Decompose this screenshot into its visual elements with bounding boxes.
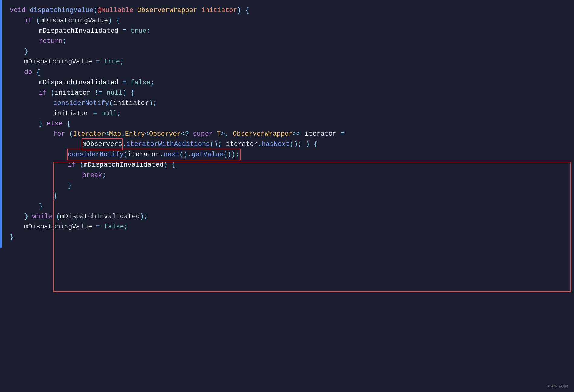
code-line-9: if (initiator != null) { (10, 88, 574, 98)
token: true (131, 26, 147, 36)
code-line-14: mObservers.iteratorWithAdditions(); iter… (10, 139, 574, 150)
token: . (122, 139, 126, 150)
token: ; (117, 109, 121, 119)
token: for (53, 129, 69, 139)
token: >, (221, 129, 233, 139)
token: mDispatchingValue (24, 222, 96, 232)
code-line-6: mDispatchingValue = true; (10, 57, 574, 67)
code-line-10: considerNotify(initiator); (10, 98, 574, 109)
code-line-7: do { (10, 67, 574, 78)
token: . (258, 139, 262, 150)
token: ( (124, 151, 128, 158)
token: ObserverWrapper (233, 129, 293, 139)
token: if (39, 88, 51, 98)
token: } (39, 119, 47, 129)
token: ; (151, 78, 154, 88)
token: } (24, 47, 28, 57)
token: . (160, 151, 164, 158)
token: = (96, 57, 104, 67)
token: do (24, 67, 36, 78)
token: null (101, 109, 117, 119)
token: ()); (223, 151, 239, 158)
token: initiator (201, 5, 237, 16)
token: <? (181, 129, 193, 139)
token: ; (124, 222, 128, 232)
token: ( (109, 98, 113, 109)
token: } (68, 181, 72, 191)
token: return (39, 36, 63, 47)
token: considerNotify (53, 98, 109, 109)
code-line-17: break; (10, 170, 574, 181)
token: initiator (113, 98, 149, 109)
code-line-19: } (10, 191, 574, 201)
code-line-16: if (mDispatchInvalidated) { (10, 160, 574, 170)
token: initiator (55, 88, 95, 98)
token: iterator (128, 151, 160, 158)
token: = (122, 78, 130, 88)
token: super (193, 129, 217, 139)
token: ( (56, 212, 60, 222)
token: false (104, 222, 124, 232)
code-line-5: } (10, 47, 574, 57)
token: (); (210, 139, 226, 150)
code-line-21: } while (mDispatchInvalidated); (10, 212, 574, 222)
token: < (105, 129, 109, 139)
token: ObserverWrapper (137, 5, 201, 16)
token: != (95, 88, 107, 98)
token: } (53, 191, 57, 201)
token: true (104, 57, 120, 67)
token: break (82, 170, 102, 181)
token: mObservers (82, 139, 122, 150)
token: mDispatchInvalidated (39, 26, 122, 36)
token: mDispatchInvalidated (39, 78, 122, 88)
token: = (96, 222, 104, 232)
token: } (39, 201, 43, 212)
token: ( (69, 129, 73, 139)
token: mDispatchingValue (24, 57, 96, 67)
token: ; (146, 26, 150, 36)
token: mDispatchingValue (40, 16, 108, 26)
code-line-4: return; (10, 36, 574, 47)
token: if (24, 16, 36, 26)
token: iteratorWithAdditions (126, 139, 210, 150)
token: } (10, 232, 14, 242)
code-line-15: considerNotify(iterator.next().getValue(… (10, 150, 574, 160)
code-line-23: } (10, 232, 574, 242)
code-line-13: for (Iterator<Map.Entry<Observer<? super… (10, 129, 574, 139)
token: { (36, 67, 40, 78)
token: ( (36, 16, 40, 26)
code-line-2: if (mDispatchingValue) { (10, 16, 574, 26)
code-line-22: mDispatchingValue = false; (10, 222, 574, 232)
code-line-18: } (10, 181, 574, 191)
token: ; (63, 36, 66, 47)
token: dispatchingValue (30, 5, 93, 16)
code-line-1: void dispatchingValue(@Nullable Observer… (10, 5, 574, 16)
token: } (24, 212, 32, 222)
token: < (145, 129, 149, 139)
token: ( (51, 88, 55, 98)
token: ; (102, 170, 106, 181)
token: ; (120, 57, 124, 67)
token: T (217, 129, 221, 139)
code-editor: void dispatchingValue(@Nullable Observer… (0, 0, 574, 248)
token: = (122, 26, 130, 36)
token: getValue (191, 151, 223, 158)
token: ( (80, 160, 84, 170)
token: ) { (122, 88, 135, 98)
token: ) { (108, 16, 120, 26)
token: . (121, 129, 125, 139)
token: ) { (164, 160, 176, 170)
token: ) { (237, 5, 249, 16)
watermark: CSDN @川峰 (548, 384, 569, 389)
token: initiator (53, 109, 93, 119)
token: hasNext (262, 139, 290, 150)
token: = (341, 129, 345, 139)
token: false (131, 78, 151, 88)
token: while (32, 212, 56, 222)
code-line-11: initiator = null; (10, 109, 574, 119)
token: { (66, 119, 70, 129)
token: ); (140, 212, 148, 222)
token: (); ) { (290, 139, 318, 150)
token: if (68, 160, 80, 170)
token: else (47, 119, 66, 129)
